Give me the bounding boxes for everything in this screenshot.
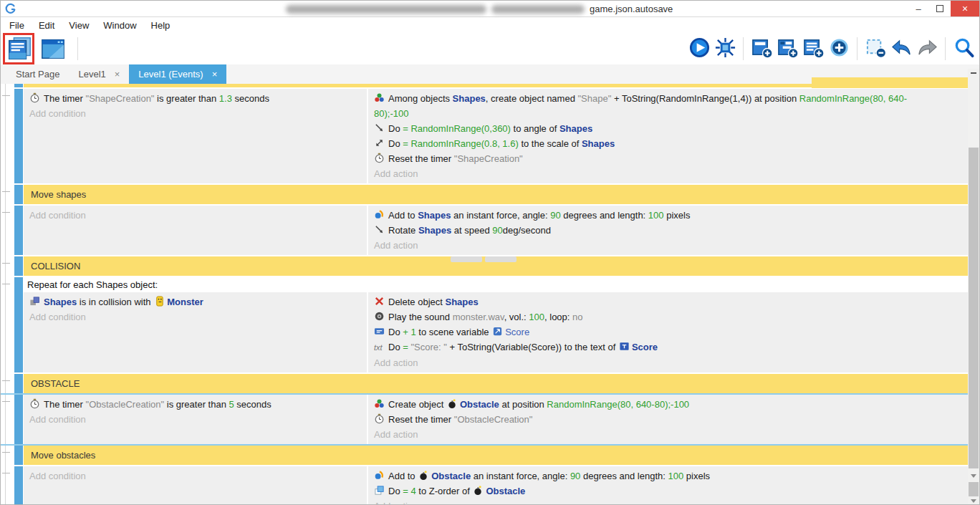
toolbar-search-button[interactable]: [951, 36, 976, 62]
event-drag-bar[interactable]: [14, 466, 23, 505]
tab-level1[interactable]: Level1×: [69, 64, 129, 84]
create-object-icon: [374, 398, 385, 409]
action-line[interactable]: Create object Obstacle at position Rando…: [374, 397, 962, 412]
action-line[interactable]: Add to Shapes an instant force, angle: 9…: [374, 208, 962, 223]
event-drag-bar[interactable]: [14, 256, 23, 276]
toolbar-add-event-button[interactable]: [749, 36, 774, 62]
add-condition-placeholder[interactable]: Add condition: [29, 208, 361, 223]
add-condition-placeholder[interactable]: Add condition: [29, 412, 361, 427]
condition-line[interactable]: The timer "ShapeCreation" is greater tha…: [29, 91, 361, 106]
event-row[interactable]: Repeat for each Shapes object:Shapes is …: [1, 277, 968, 372]
tab-level1-events[interactable]: Level1 (Events)×: [129, 64, 226, 84]
conditions-cell[interactable]: Add condition: [24, 466, 367, 505]
text-segment: + ToString(RandomInRange(1,4)) at positi…: [611, 93, 799, 104]
toolbar-add-new-button[interactable]: [826, 36, 852, 62]
group-row-move-shapes[interactable]: Move shapes: [1, 185, 968, 204]
event-drag-bar[interactable]: [14, 84, 23, 87]
actions-cell[interactable]: Add to Shapes an instant force, angle: 9…: [368, 206, 968, 255]
maximize-button[interactable]: [929, 1, 951, 16]
toolbar-undo-button[interactable]: [888, 36, 914, 62]
vertical-scrollbar[interactable]: [968, 69, 979, 504]
foreach-header[interactable]: Repeat for each Shapes object:: [24, 277, 968, 292]
text-segment: The timer: [44, 93, 86, 104]
menu-item-edit[interactable]: Edit: [32, 20, 62, 31]
event-gutter: [1, 206, 14, 255]
group-row-collision[interactable]: COLLISION: [1, 256, 968, 276]
minimize-button[interactable]: –: [908, 1, 929, 16]
toolbar-debug-button[interactable]: [712, 36, 738, 62]
group-row-obstacle[interactable]: OBSTACLE: [1, 374, 968, 393]
toolbar-play-button[interactable]: [686, 36, 712, 62]
add-action-placeholder[interactable]: Add action: [374, 238, 962, 253]
text-segment: 100: [668, 471, 684, 481]
action-line[interactable]: Delete object Shapes: [374, 294, 962, 309]
actions-cell[interactable]: Among objects Shapes, create object name…: [368, 89, 968, 183]
add-action-placeholder[interactable]: Add action: [374, 499, 962, 505]
event-drag-bar[interactable]: [14, 277, 23, 372]
add-action-placeholder[interactable]: Add action: [374, 355, 962, 370]
action-line[interactable]: Among objects Shapes, create object name…: [374, 91, 962, 106]
toolbar-redo-button[interactable]: [914, 36, 940, 62]
menu-item-file[interactable]: File: [2, 20, 32, 31]
actions-cell[interactable]: Create object Obstacle at position Rando…: [368, 395, 968, 444]
conditions-cell[interactable]: The timer "ObstacleCreation" is greater …: [24, 395, 367, 444]
scrollbar-thumb[interactable]: [969, 148, 979, 468]
action-line[interactable]: Reset the timer "ShapeCreation": [374, 151, 962, 166]
event-drag-bar[interactable]: [14, 206, 23, 255]
scrollbar-down-arrow-icon[interactable]: [971, 499, 976, 503]
toolbar-add-subevent-button[interactable]: [774, 36, 800, 62]
action-line[interactable]: Do + 1 to scene variable Score: [374, 324, 962, 340]
event-row[interactable]: The timer "ObstacleCreation" is greater …: [1, 395, 968, 444]
action-line[interactable]: Do = RandomInRange(0,360) to angle of Sh…: [374, 121, 962, 136]
event-row[interactable]: Add conditionAdd to Obstacle an instant …: [1, 466, 968, 505]
event-body: Add conditionAdd to Shapes an instant fo…: [24, 206, 968, 255]
events-editor-button[interactable]: [5, 34, 34, 63]
event-drag-bar[interactable]: [14, 89, 23, 183]
toolbar-add-comment-button[interactable]: [800, 36, 826, 62]
tab-start-page[interactable]: Start Page: [6, 64, 69, 84]
event-gutter: [1, 256, 14, 276]
add-action-placeholder[interactable]: Add action: [374, 427, 962, 442]
action-line[interactable]: 80);-100: [374, 106, 962, 121]
conditions-cell[interactable]: Add condition: [24, 206, 367, 255]
tab-label: Level1: [78, 69, 105, 80]
scrollbar-segment[interactable]: [969, 482, 979, 496]
tab-close-icon[interactable]: ×: [115, 69, 120, 80]
menu-item-window[interactable]: Window: [96, 20, 143, 31]
action-line[interactable]: txtDo = "Score: " + ToString(Variable(Sc…: [374, 340, 962, 355]
close-button[interactable]: ×: [951, 1, 979, 16]
action-line[interactable]: Add to Obstacle an instant force, angle:…: [374, 468, 962, 484]
scene-editor-button[interactable]: [39, 34, 67, 63]
event-drag-bar[interactable]: [14, 374, 23, 393]
menu-bar: FileEditViewWindowHelp: [1, 17, 979, 33]
add-condition-placeholder[interactable]: Add condition: [29, 309, 361, 324]
menu-item-help[interactable]: Help: [144, 20, 178, 31]
action-line[interactable]: Reset the timer "ObstacleCreation": [374, 412, 962, 427]
condition-line[interactable]: Shapes is in collision with Monster: [29, 294, 361, 309]
event-drag-bar[interactable]: [14, 395, 23, 444]
actions-cell[interactable]: Delete object ShapesPlay the sound monst…: [368, 292, 968, 372]
add-condition-placeholder[interactable]: Add condition: [29, 468, 361, 484]
action-line[interactable]: Do = RandomInRange(0.8, 1.6) to the scal…: [374, 136, 962, 151]
menu-item-view[interactable]: View: [62, 20, 96, 31]
conditions-cell[interactable]: The timer "ShapeCreation" is greater tha…: [24, 89, 367, 183]
text-segment: is greater than: [154, 93, 218, 104]
add-action-placeholder[interactable]: Add action: [374, 166, 962, 181]
action-line[interactable]: Do = 4 to Z-order of Obstacle: [374, 484, 962, 499]
toolbar-delete-event-button[interactable]: [863, 36, 888, 62]
tab-close-icon[interactable]: ×: [212, 69, 218, 80]
conditions-cell[interactable]: Shapes is in collision with MonsterAdd c…: [24, 292, 367, 372]
add-condition-placeholder[interactable]: Add condition: [29, 106, 361, 121]
event-drag-bar[interactable]: [14, 185, 23, 204]
condition-line[interactable]: The timer "ObstacleCreation" is greater …: [29, 397, 361, 412]
text-segment: 100: [648, 210, 664, 221]
group-row-move-obstacles[interactable]: Move obstacles: [1, 446, 968, 465]
event-gutter: [1, 84, 14, 87]
event-row[interactable]: The timer "ShapeCreation" is greater tha…: [1, 89, 968, 183]
action-line[interactable]: Play the sound monster.wav, vol.: 100, l…: [374, 309, 962, 324]
event-row[interactable]: Add conditionAdd to Shapes an instant fo…: [1, 206, 968, 255]
action-line[interactable]: Rotate Shapes at speed 90deg/second: [374, 223, 962, 238]
event-drag-bar[interactable]: [14, 446, 23, 465]
actions-cell[interactable]: Add to Obstacle an instant force, angle:…: [368, 466, 968, 505]
scrollbar-down-arrow-icon[interactable]: [971, 474, 976, 478]
